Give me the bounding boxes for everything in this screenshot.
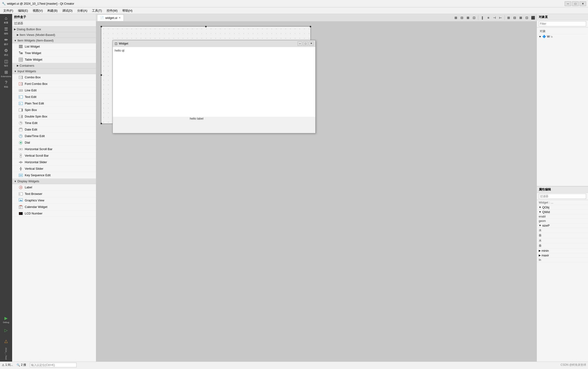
toolbar-btn-3[interactable]: ⊠ [465,15,471,20]
toolbar-btn-11[interactable]: ⊠ [518,15,524,20]
menu-analyze[interactable]: 分析(A) [75,8,90,14]
activity-edit[interactable]: ☰ 编辑 [1,26,11,36]
activity-run[interactable]: ▶ Debug [1,314,11,325]
widget-close-button[interactable]: ✕ [309,41,314,46]
menu-widgets[interactable]: 控件(W) [104,8,120,14]
toolbox-list-widget[interactable]: List Widget [12,43,96,50]
widget-hello-label: hello label [190,117,204,120]
activity-debug[interactable]: ⚙ 调试 [1,47,11,57]
handle-bot-left[interactable] [101,123,102,124]
toolbox-calendar-widget[interactable]: 12 Calendar Widget [12,204,96,210]
qobj-arrow: ▼ [539,206,541,209]
toolbox-label[interactable]: A Label [12,184,96,191]
menu-view[interactable]: 视图(V) [30,8,45,14]
project-icon: ◫ [4,59,8,64]
toolbar-btn-1[interactable]: ⊞ [453,15,459,20]
tab-close-button[interactable]: ✕ [119,16,121,19]
toolbar-btn-6[interactable]: ≡ [485,15,491,20]
toolbox-tree-widget[interactable]: Tree Widget [12,50,96,56]
prop-section-maxir[interactable]: ▶ maxir [537,253,588,258]
toolbox-key-sequence-edit[interactable]: ⌨ Key Sequence Edit [12,172,96,179]
toolbar-btn-12[interactable]: ⊡ [524,15,530,20]
svg-text:7: 7 [19,213,21,215]
handle-top-left[interactable] [101,26,102,27]
props-filter-input[interactable] [539,194,586,199]
toolbox-vertical-scroll-bar[interactable]: Vertical Scroll Bar [12,152,96,159]
category-item-views[interactable]: ▶ Item Views (Model-Based) [12,32,96,38]
toolbox-vertical-slider[interactable]: Vertical Slider [12,166,96,172]
input-widgets-label: Input Widgets [18,70,36,73]
toolbar-btn-9[interactable]: ⊞ [506,15,511,20]
toolbox-horizontal-scroll-bar[interactable]: Horizontal Scroll Bar [12,146,96,152]
toolbox-graphics-view[interactable]: Graphics View [12,197,96,204]
category-containers[interactable]: ▶ Containers [12,63,96,69]
activity-welcome[interactable]: ⌂ 欢迎 [1,15,11,25]
activity-run2[interactable]: ▷ [1,325,11,335]
toolbox-combo-box[interactable]: ▽ Combo Box [12,74,96,81]
widget-minimize-button[interactable]: ─ [298,41,302,46]
handle-top-right[interactable] [310,26,311,27]
handle-top-mid[interactable] [205,26,207,27]
toolbox-datetime-edit[interactable]: Date/Time Edit [12,133,96,140]
category-display-widgets[interactable]: ▼ Display Widgets [12,179,96,184]
category-dialog-button-box[interactable]: ▶ Dialog Button Box [12,27,96,32]
toolbox-font-combo-box[interactable]: A Font Combo Box [12,81,96,87]
toolbox-text-browser[interactable]: ≡ Text Browser [12,191,96,197]
status-search[interactable]: 🔍 2 搜 [17,363,26,367]
activity-run3[interactable]: △ [1,336,11,346]
enabl-label: enabl [539,215,546,218]
tree-widget-icon [19,51,23,55]
status-search-input-container [30,363,292,367]
toolbox-spin-box[interactable]: ▴▾ Spin Box [12,107,96,113]
toolbox-horizontal-slider[interactable]: Horizontal Slider [12,159,96,166]
toolbox-table-widget[interactable]: Table Widget [12,56,96,63]
dialog-button-box-label: Dialog Button Box [17,28,41,31]
menu-tools[interactable]: 工具(T) [90,8,104,14]
activity-projects[interactable]: ◫ 项目 [1,58,11,68]
design-canvas-wrapper[interactable]: hello label ◫ Widget ─ □ ✕ hello qt [96,21,537,361]
activity-extensions[interactable]: ⊞ Extensions [1,69,11,79]
props-title: 属性编辑 [537,186,588,193]
widget-titlebar: ◫ Widget ─ □ ✕ [113,40,315,47]
prop-section-sizep[interactable]: ▼ sizeP [537,223,588,228]
widget-maximize-button[interactable]: □ [303,41,308,46]
toolbox-text-edit[interactable]: ≡ Text Edit [12,94,96,100]
toolbox-double-spin-box[interactable]: 1.0 Double Spin Box [12,113,96,120]
toolbox-dial[interactable]: Dial [12,140,96,146]
toolbar-btn-13[interactable]: ⬛ [530,15,536,20]
object-tree-item[interactable]: ▼ 🔷 W la [538,34,587,39]
prop-section-qobj[interactable]: ▼ QObj [537,205,588,210]
toolbar-btn-8[interactable]: ⊢ [498,15,503,20]
tab-widget-ui[interactable]: 📄 widget.ui ✕ [97,14,124,21]
toolbox-plain-text-edit[interactable]: AI Plain Text Edit [12,100,96,107]
toolbar-btn-10[interactable]: ⊟ [512,15,517,20]
toolbar-btn-7[interactable]: ⊣ [492,15,497,20]
activity-design[interactable]: ✏ 设计 [1,36,11,47]
toolbox-line-edit[interactable]: abc Line Edit [12,87,96,94]
menu-help[interactable]: 帮助(H) [120,8,135,14]
prop-section-minin[interactable]: ▶ minin [537,249,588,253]
prop-section-qwid[interactable]: ▼ QWid [537,210,588,214]
activity-help[interactable]: ? 帮助 [1,79,11,90]
toolbox-time-edit[interactable]: Time Edit [12,120,96,126]
menu-build[interactable]: 构建(B) [45,8,60,14]
status-search-input[interactable] [30,363,77,367]
menu-edit[interactable]: 编辑(E) [16,8,30,14]
toolbox-list: ▶ Dialog Button Box ▶ Item Views (Model-… [12,27,96,361]
toolbar-btn-5[interactable]: ‖ [479,15,485,20]
toolbar-btn-4[interactable]: ⊡ [471,15,477,20]
toolbox-lcd-number[interactable]: 7 LCD Number [12,210,96,217]
status-problems[interactable]: ⚠ 1 问... [2,363,13,367]
close-button[interactable]: ✕ [580,1,586,6]
toolbox-date-edit[interactable]: Date Edit [12,126,96,133]
category-item-widgets[interactable]: ▼ Item Widgets (Item-Based) [12,38,96,43]
maximize-button[interactable]: □ [572,1,579,6]
menu-debug[interactable]: 调试(D) [60,8,75,14]
handle-mid-left[interactable] [101,74,102,76]
toolbar-btn-2[interactable]: ⊟ [459,15,465,20]
widget-content[interactable]: hello qt hello label [113,47,315,117]
category-input-widgets[interactable]: ▼ Input Widgets [12,69,96,74]
menu-file[interactable]: 文件(F) [1,8,16,14]
minimize-button[interactable]: ─ [565,1,571,6]
right-filter-input[interactable] [539,21,586,26]
